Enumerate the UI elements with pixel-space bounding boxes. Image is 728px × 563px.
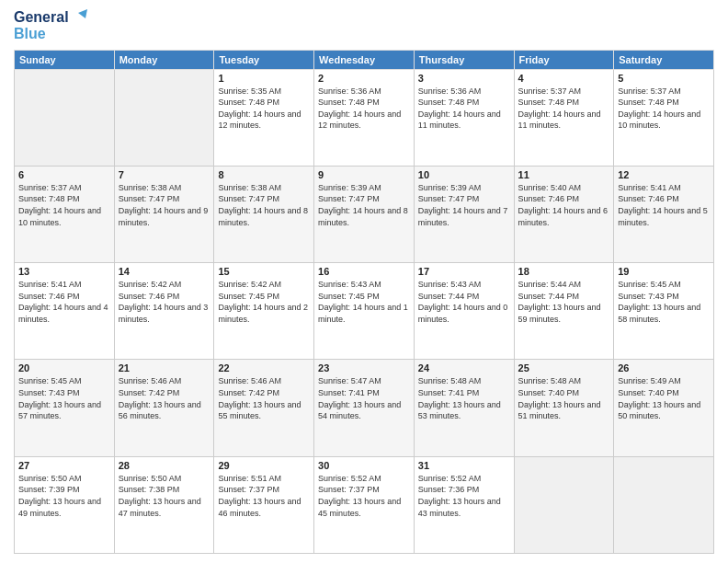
day-number: 20: [18, 362, 110, 373]
day-number: 21: [119, 362, 210, 373]
calendar-cell: 18Sunrise: 5:44 AMSunset: 7:44 PMDayligh…: [514, 263, 614, 360]
calendar-day-header: Monday: [114, 50, 214, 69]
calendar-cell: 8Sunrise: 5:38 AMSunset: 7:47 PMDaylight…: [214, 166, 314, 262]
calendar-cell: 4Sunrise: 5:37 AMSunset: 7:48 PMDaylight…: [514, 69, 614, 166]
day-info: Sunrise: 5:52 AMSunset: 7:36 PMDaylight:…: [418, 473, 510, 519]
calendar-day-header: Sunday: [15, 50, 115, 69]
day-info: Sunrise: 5:37 AMSunset: 7:48 PMDaylight:…: [618, 86, 710, 132]
logo-text: General Blue: [14, 9, 87, 42]
calendar-cell: 25Sunrise: 5:48 AMSunset: 7:40 PMDayligh…: [514, 360, 614, 456]
day-info: Sunrise: 5:35 AMSunset: 7:48 PMDaylight:…: [218, 86, 310, 132]
day-number: 12: [618, 169, 710, 180]
day-number: 17: [418, 266, 510, 277]
day-number: 19: [618, 266, 710, 277]
day-number: 7: [119, 169, 210, 180]
day-info: Sunrise: 5:50 AMSunset: 7:38 PMDaylight:…: [119, 473, 210, 519]
calendar-cell: 6Sunrise: 5:37 AMSunset: 7:48 PMDaylight…: [15, 166, 115, 262]
calendar-cell: 29Sunrise: 5:51 AMSunset: 7:37 PMDayligh…: [214, 456, 314, 553]
day-number: 13: [18, 266, 110, 277]
day-info: Sunrise: 5:48 AMSunset: 7:41 PMDaylight:…: [418, 375, 510, 421]
calendar-cell: 22Sunrise: 5:46 AMSunset: 7:42 PMDayligh…: [214, 360, 314, 456]
day-info: Sunrise: 5:46 AMSunset: 7:42 PMDaylight:…: [218, 375, 310, 421]
calendar-week-row: 1Sunrise: 5:35 AMSunset: 7:48 PMDaylight…: [15, 69, 714, 166]
day-number: 8: [218, 169, 310, 180]
day-info: Sunrise: 5:43 AMSunset: 7:45 PMDaylight:…: [318, 279, 410, 325]
logo: General Blue: [14, 9, 87, 42]
calendar-week-row: 20Sunrise: 5:45 AMSunset: 7:43 PMDayligh…: [15, 360, 714, 456]
calendar-cell: 15Sunrise: 5:42 AMSunset: 7:45 PMDayligh…: [214, 263, 314, 360]
day-info: Sunrise: 5:46 AMSunset: 7:42 PMDaylight:…: [119, 375, 210, 421]
calendar-week-row: 27Sunrise: 5:50 AMSunset: 7:39 PMDayligh…: [15, 456, 714, 553]
day-number: 18: [518, 266, 610, 277]
day-info: Sunrise: 5:44 AMSunset: 7:44 PMDaylight:…: [518, 279, 610, 325]
calendar-cell: 1Sunrise: 5:35 AMSunset: 7:48 PMDaylight…: [214, 69, 314, 166]
day-number: 5: [618, 73, 710, 84]
day-number: 26: [618, 362, 710, 373]
day-info: Sunrise: 5:41 AMSunset: 7:46 PMDaylight:…: [618, 182, 710, 228]
day-number: 27: [18, 460, 110, 471]
day-info: Sunrise: 5:45 AMSunset: 7:43 PMDaylight:…: [18, 375, 110, 421]
day-number: 2: [318, 73, 410, 84]
day-info: Sunrise: 5:40 AMSunset: 7:46 PMDaylight:…: [518, 182, 610, 228]
day-info: Sunrise: 5:38 AMSunset: 7:47 PMDaylight:…: [119, 182, 210, 228]
day-number: 25: [518, 362, 610, 373]
day-number: 24: [418, 362, 510, 373]
calendar-cell: [614, 456, 714, 553]
day-info: Sunrise: 5:37 AMSunset: 7:48 PMDaylight:…: [18, 182, 110, 228]
svg-marker-0: [78, 9, 87, 18]
day-info: Sunrise: 5:37 AMSunset: 7:48 PMDaylight:…: [518, 86, 610, 132]
day-info: Sunrise: 5:43 AMSunset: 7:44 PMDaylight:…: [418, 279, 510, 325]
calendar-day-header: Wednesday: [314, 50, 415, 69]
calendar-cell: 31Sunrise: 5:52 AMSunset: 7:36 PMDayligh…: [414, 456, 514, 553]
calendar-day-header: Thursday: [414, 50, 514, 69]
day-number: 14: [119, 266, 210, 277]
day-number: 31: [418, 460, 510, 471]
calendar-cell: [114, 69, 214, 166]
calendar-day-header: Saturday: [614, 50, 714, 69]
day-info: Sunrise: 5:39 AMSunset: 7:47 PMDaylight:…: [418, 182, 510, 228]
calendar-cell: 13Sunrise: 5:41 AMSunset: 7:46 PMDayligh…: [15, 263, 115, 360]
page-header: General Blue: [14, 9, 714, 42]
day-number: 28: [119, 460, 210, 471]
calendar-cell: 14Sunrise: 5:42 AMSunset: 7:46 PMDayligh…: [114, 263, 214, 360]
calendar-cell: 30Sunrise: 5:52 AMSunset: 7:37 PMDayligh…: [314, 456, 415, 553]
calendar-cell: 20Sunrise: 5:45 AMSunset: 7:43 PMDayligh…: [15, 360, 115, 456]
day-info: Sunrise: 5:42 AMSunset: 7:45 PMDaylight:…: [218, 279, 310, 325]
day-number: 16: [318, 266, 410, 277]
day-number: 29: [218, 460, 310, 471]
day-number: 6: [18, 169, 110, 180]
day-info: Sunrise: 5:48 AMSunset: 7:40 PMDaylight:…: [518, 375, 610, 421]
day-info: Sunrise: 5:52 AMSunset: 7:37 PMDaylight:…: [318, 473, 410, 519]
calendar-day-header: Tuesday: [214, 50, 314, 69]
calendar-week-row: 6Sunrise: 5:37 AMSunset: 7:48 PMDaylight…: [15, 166, 714, 262]
day-info: Sunrise: 5:38 AMSunset: 7:47 PMDaylight:…: [218, 182, 310, 228]
logo-bird-icon: [71, 9, 87, 26]
calendar-cell: 2Sunrise: 5:36 AMSunset: 7:48 PMDaylight…: [314, 69, 415, 166]
day-info: Sunrise: 5:36 AMSunset: 7:48 PMDaylight:…: [318, 86, 410, 132]
calendar-cell: 10Sunrise: 5:39 AMSunset: 7:47 PMDayligh…: [414, 166, 514, 262]
calendar-cell: 5Sunrise: 5:37 AMSunset: 7:48 PMDaylight…: [614, 69, 714, 166]
day-info: Sunrise: 5:36 AMSunset: 7:48 PMDaylight:…: [418, 86, 510, 132]
day-info: Sunrise: 5:42 AMSunset: 7:46 PMDaylight:…: [119, 279, 210, 325]
day-info: Sunrise: 5:51 AMSunset: 7:37 PMDaylight:…: [218, 473, 310, 519]
calendar-cell: 7Sunrise: 5:38 AMSunset: 7:47 PMDaylight…: [114, 166, 214, 262]
day-number: 9: [318, 169, 410, 180]
calendar-week-row: 13Sunrise: 5:41 AMSunset: 7:46 PMDayligh…: [15, 263, 714, 360]
calendar-cell: 19Sunrise: 5:45 AMSunset: 7:43 PMDayligh…: [614, 263, 714, 360]
calendar-cell: 11Sunrise: 5:40 AMSunset: 7:46 PMDayligh…: [514, 166, 614, 262]
day-number: 4: [518, 73, 610, 84]
day-number: 22: [218, 362, 310, 373]
day-number: 3: [418, 73, 510, 84]
day-number: 23: [318, 362, 410, 373]
day-info: Sunrise: 5:50 AMSunset: 7:39 PMDaylight:…: [18, 473, 110, 519]
calendar-header-row: SundayMondayTuesdayWednesdayThursdayFrid…: [15, 50, 714, 69]
day-number: 15: [218, 266, 310, 277]
calendar-cell: 21Sunrise: 5:46 AMSunset: 7:42 PMDayligh…: [114, 360, 214, 456]
calendar-cell: 24Sunrise: 5:48 AMSunset: 7:41 PMDayligh…: [414, 360, 514, 456]
calendar-cell: [15, 69, 115, 166]
calendar-cell: 26Sunrise: 5:49 AMSunset: 7:40 PMDayligh…: [614, 360, 714, 456]
day-number: 30: [318, 460, 410, 471]
day-number: 1: [218, 73, 310, 84]
calendar-day-header: Friday: [514, 50, 614, 69]
calendar-cell: 12Sunrise: 5:41 AMSunset: 7:46 PMDayligh…: [614, 166, 714, 262]
